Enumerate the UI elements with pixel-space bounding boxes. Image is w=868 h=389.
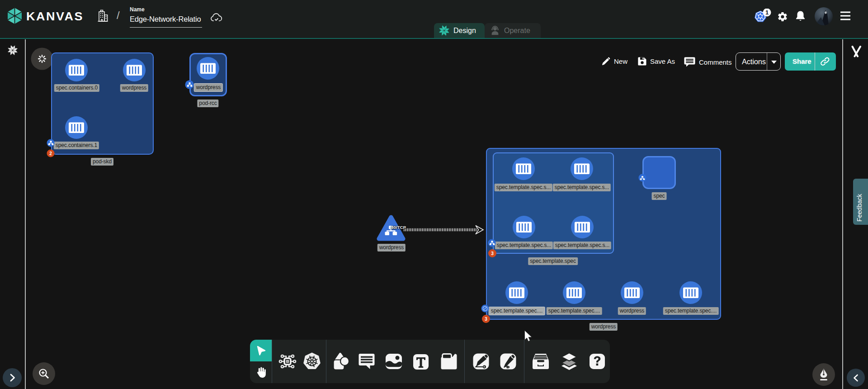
svg-text:1: 1 bbox=[765, 9, 769, 16]
